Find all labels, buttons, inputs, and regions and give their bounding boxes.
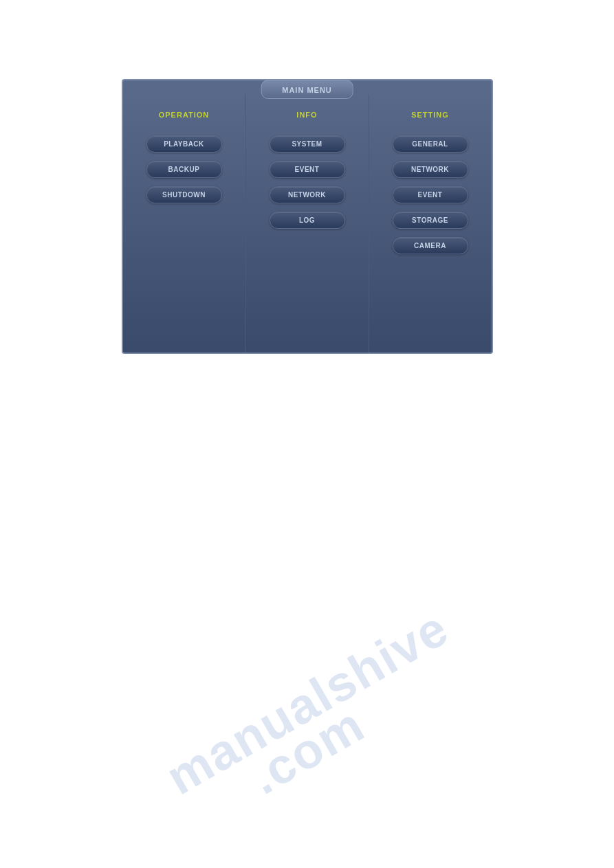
camera-button[interactable]: CAMERA [393,237,468,254]
log-button[interactable]: LOG [270,212,345,229]
event-info-button[interactable]: EVENT [270,161,345,178]
network-setting-button[interactable]: NETWORK [393,161,468,178]
setting-header-text: SETTING [411,111,449,119]
shutdown-button[interactable]: SHUTDOWN [146,186,222,203]
backup-button[interactable]: BACKUP [146,161,222,178]
operation-column: OPERATION PLAYBACK BACKUP SHUTDOWN [123,94,246,353]
network-info-button[interactable]: NETWORK [270,186,345,203]
page-container: MAIN MENU OPERATION PLAYBACK BACKUP SHUT… [0,0,614,868]
watermark-line2: .com [241,695,373,805]
operation-header-text: OPERATION [159,111,210,119]
info-header-text: INFO [296,111,317,119]
setting-header: SETTING [376,104,485,124]
storage-button[interactable]: STORAGE [393,212,468,229]
title-bar: MAIN MENU [261,80,353,99]
setting-column: SETTING GENERAL NETWORK EVENT STORAGE CA… [369,94,492,353]
watermark-line1: manualshive [157,599,458,805]
operation-header: OPERATION [130,104,239,124]
main-menu-title: MAIN MENU [282,86,332,94]
info-header: INFO [253,104,362,124]
system-button[interactable]: SYSTEM [270,135,345,153]
event-setting-button[interactable]: EVENT [393,186,468,203]
general-button[interactable]: GENERAL [393,135,468,153]
main-menu-window: MAIN MENU OPERATION PLAYBACK BACKUP SHUT… [122,79,493,354]
info-column: INFO SYSTEM EVENT NETWORK LOG [246,94,369,353]
menu-content: OPERATION PLAYBACK BACKUP SHUTDOWN INFO … [123,80,492,353]
playback-button[interactable]: PLAYBACK [146,135,222,153]
